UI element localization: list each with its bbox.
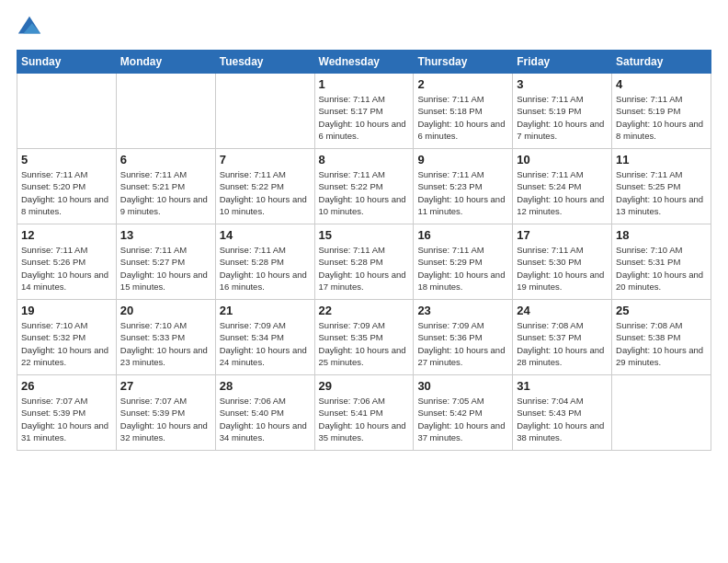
day-info: Sunrise: 7:11 AM Sunset: 5:19 PM Dayligh…: [616, 93, 707, 142]
day-number: 5: [21, 153, 112, 167]
day-info: Sunrise: 7:08 AM Sunset: 5:37 PM Dayligh…: [517, 319, 608, 368]
day-info: Sunrise: 7:11 AM Sunset: 5:22 PM Dayligh…: [319, 168, 410, 217]
day-info: Sunrise: 7:09 AM Sunset: 5:34 PM Dayligh…: [220, 319, 311, 368]
calendar-cell: 29Sunrise: 7:06 AM Sunset: 5:41 PM Dayli…: [314, 375, 414, 451]
day-number: 15: [319, 228, 410, 242]
day-info: Sunrise: 7:04 AM Sunset: 5:43 PM Dayligh…: [517, 395, 608, 443]
calendar-cell: 26Sunrise: 7:07 AM Sunset: 5:39 PM Dayli…: [17, 375, 117, 451]
day-number: 24: [517, 304, 608, 317]
week-row-4: 19Sunrise: 7:10 AM Sunset: 5:32 PM Dayli…: [17, 300, 711, 375]
day-info: Sunrise: 7:11 AM Sunset: 5:30 PM Dayligh…: [517, 244, 608, 293]
calendar-cell: 6Sunrise: 7:11 AM Sunset: 5:21 PM Daylig…: [116, 149, 215, 224]
calendar-cell: 7Sunrise: 7:11 AM Sunset: 5:22 PM Daylig…: [215, 149, 314, 224]
day-number: 20: [120, 304, 211, 317]
day-info: Sunrise: 7:11 AM Sunset: 5:27 PM Dayligh…: [120, 244, 211, 293]
day-number: 17: [517, 228, 608, 242]
day-number: 1: [319, 77, 410, 91]
logo-icon: [17, 15, 42, 40]
day-info: Sunrise: 7:11 AM Sunset: 5:28 PM Dayligh…: [220, 244, 311, 293]
calendar-cell: 20Sunrise: 7:10 AM Sunset: 5:33 PM Dayli…: [116, 300, 215, 375]
day-header-friday: Friday: [513, 51, 612, 74]
calendar-cell: 3Sunrise: 7:11 AM Sunset: 5:19 PM Daylig…: [513, 74, 612, 149]
day-number: 8: [319, 153, 410, 167]
day-number: 9: [417, 153, 508, 167]
day-info: Sunrise: 7:09 AM Sunset: 5:35 PM Dayligh…: [319, 319, 410, 368]
day-info: Sunrise: 7:11 AM Sunset: 5:28 PM Dayligh…: [319, 244, 410, 293]
day-header-tuesday: Tuesday: [215, 51, 314, 74]
day-header-monday: Monday: [116, 51, 215, 74]
day-number: 30: [417, 379, 508, 393]
day-info: Sunrise: 7:08 AM Sunset: 5:38 PM Dayligh…: [616, 319, 707, 368]
calendar-cell: 14Sunrise: 7:11 AM Sunset: 5:28 PM Dayli…: [215, 224, 314, 300]
day-number: 2: [417, 77, 508, 91]
calendar-cell: 23Sunrise: 7:09 AM Sunset: 5:36 PM Dayli…: [414, 300, 513, 375]
day-info: Sunrise: 7:11 AM Sunset: 5:20 PM Dayligh…: [21, 168, 112, 217]
calendar-cell: 15Sunrise: 7:11 AM Sunset: 5:28 PM Dayli…: [314, 224, 414, 300]
day-number: 25: [616, 304, 707, 317]
day-number: 16: [417, 228, 508, 242]
day-info: Sunrise: 7:06 AM Sunset: 5:41 PM Dayligh…: [319, 395, 410, 443]
calendar-cell: 13Sunrise: 7:11 AM Sunset: 5:27 PM Dayli…: [116, 224, 215, 300]
day-info: Sunrise: 7:11 AM Sunset: 5:29 PM Dayligh…: [417, 244, 508, 293]
calendar-cell: 18Sunrise: 7:10 AM Sunset: 5:31 PM Dayli…: [612, 224, 711, 300]
day-number: 12: [21, 228, 112, 242]
day-number: 21: [220, 304, 311, 317]
days-header-row: SundayMondayTuesdayWednesdayThursdayFrid…: [17, 51, 711, 74]
day-info: Sunrise: 7:11 AM Sunset: 5:25 PM Dayligh…: [616, 168, 707, 217]
calendar-cell: 16Sunrise: 7:11 AM Sunset: 5:29 PM Dayli…: [414, 224, 513, 300]
calendar-cell: 31Sunrise: 7:04 AM Sunset: 5:43 PM Dayli…: [513, 375, 612, 451]
week-row-2: 5Sunrise: 7:11 AM Sunset: 5:20 PM Daylig…: [17, 149, 711, 224]
day-number: 29: [319, 379, 410, 393]
day-info: Sunrise: 7:11 AM Sunset: 5:19 PM Dayligh…: [517, 93, 608, 142]
calendar-cell: [17, 74, 117, 149]
day-header-thursday: Thursday: [414, 51, 513, 74]
week-row-5: 26Sunrise: 7:07 AM Sunset: 5:39 PM Dayli…: [17, 375, 711, 451]
week-row-3: 12Sunrise: 7:11 AM Sunset: 5:26 PM Dayli…: [17, 224, 711, 300]
logo: [17, 15, 46, 40]
day-header-wednesday: Wednesday: [314, 51, 414, 74]
calendar-cell: [116, 74, 215, 149]
calendar-cell: 30Sunrise: 7:05 AM Sunset: 5:42 PM Dayli…: [414, 375, 513, 451]
calendar-cell: 17Sunrise: 7:11 AM Sunset: 5:30 PM Dayli…: [513, 224, 612, 300]
day-info: Sunrise: 7:11 AM Sunset: 5:24 PM Dayligh…: [517, 168, 608, 217]
day-number: 14: [220, 228, 311, 242]
day-info: Sunrise: 7:05 AM Sunset: 5:42 PM Dayligh…: [417, 395, 508, 443]
calendar-cell: [612, 375, 711, 451]
day-info: Sunrise: 7:09 AM Sunset: 5:36 PM Dayligh…: [417, 319, 508, 368]
day-number: 26: [21, 379, 112, 393]
calendar-cell: 10Sunrise: 7:11 AM Sunset: 5:24 PM Dayli…: [513, 149, 612, 224]
day-info: Sunrise: 7:07 AM Sunset: 5:39 PM Dayligh…: [120, 395, 211, 443]
calendar-cell: 5Sunrise: 7:11 AM Sunset: 5:20 PM Daylig…: [17, 149, 117, 224]
day-number: 3: [517, 77, 608, 91]
calendar-cell: 22Sunrise: 7:09 AM Sunset: 5:35 PM Dayli…: [314, 300, 414, 375]
calendar-cell: 9Sunrise: 7:11 AM Sunset: 5:23 PM Daylig…: [414, 149, 513, 224]
day-number: 10: [517, 153, 608, 167]
calendar-cell: 28Sunrise: 7:06 AM Sunset: 5:40 PM Dayli…: [215, 375, 314, 451]
calendar-cell: 19Sunrise: 7:10 AM Sunset: 5:32 PM Dayli…: [17, 300, 117, 375]
calendar-cell: 4Sunrise: 7:11 AM Sunset: 5:19 PM Daylig…: [612, 74, 711, 149]
day-info: Sunrise: 7:07 AM Sunset: 5:39 PM Dayligh…: [21, 395, 112, 443]
calendar-cell: [215, 74, 314, 149]
day-info: Sunrise: 7:11 AM Sunset: 5:22 PM Dayligh…: [220, 168, 311, 217]
day-number: 19: [21, 304, 112, 317]
day-info: Sunrise: 7:11 AM Sunset: 5:21 PM Dayligh…: [120, 168, 211, 217]
calendar-cell: 8Sunrise: 7:11 AM Sunset: 5:22 PM Daylig…: [314, 149, 414, 224]
day-number: 28: [220, 379, 311, 393]
day-number: 18: [616, 228, 707, 242]
calendar-cell: 11Sunrise: 7:11 AM Sunset: 5:25 PM Dayli…: [612, 149, 711, 224]
day-number: 4: [616, 77, 707, 91]
day-number: 31: [517, 379, 608, 393]
day-info: Sunrise: 7:10 AM Sunset: 5:33 PM Dayligh…: [120, 319, 211, 368]
day-info: Sunrise: 7:11 AM Sunset: 5:18 PM Dayligh…: [417, 93, 508, 142]
day-info: Sunrise: 7:11 AM Sunset: 5:26 PM Dayligh…: [21, 244, 112, 293]
day-info: Sunrise: 7:10 AM Sunset: 5:31 PM Dayligh…: [616, 244, 707, 293]
calendar-cell: 24Sunrise: 7:08 AM Sunset: 5:37 PM Dayli…: [513, 300, 612, 375]
calendar-cell: 12Sunrise: 7:11 AM Sunset: 5:26 PM Dayli…: [17, 224, 117, 300]
day-number: 7: [220, 153, 311, 167]
calendar-page: SundayMondayTuesdayWednesdayThursdayFrid…: [0, 0, 728, 563]
calendar-cell: 2Sunrise: 7:11 AM Sunset: 5:18 PM Daylig…: [414, 74, 513, 149]
calendar-table: SundayMondayTuesdayWednesdayThursdayFrid…: [17, 50, 711, 451]
day-number: 11: [616, 153, 707, 167]
day-number: 6: [120, 153, 211, 167]
week-row-1: 1Sunrise: 7:11 AM Sunset: 5:17 PM Daylig…: [17, 74, 711, 149]
